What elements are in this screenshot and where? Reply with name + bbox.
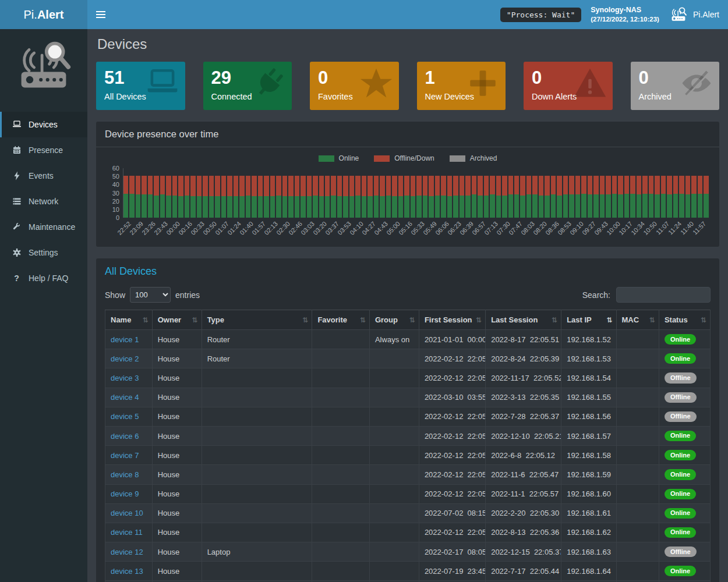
last-ip-cell: 192.168.1.57 bbox=[561, 426, 616, 445]
status-badge: Online bbox=[665, 566, 696, 576]
chart-bar bbox=[380, 168, 386, 218]
x-axis-tick-label: 11:57 bbox=[691, 220, 706, 236]
device-name-link[interactable]: device 13 bbox=[105, 562, 153, 581]
chart-bar bbox=[295, 168, 301, 218]
header-app-link[interactable]: Pi.Alert bbox=[669, 6, 719, 23]
bar-segment-offline-down bbox=[160, 176, 165, 195]
type-cell: Router bbox=[202, 330, 312, 349]
bar-segment-offline-down bbox=[386, 176, 391, 196]
bar-segment-online bbox=[667, 194, 672, 218]
bar-segment-offline-down bbox=[282, 176, 287, 196]
device-name-link[interactable]: device 12 bbox=[105, 542, 153, 562]
bar-segment-offline-down bbox=[435, 176, 440, 196]
device-name-link[interactable]: device 1 bbox=[105, 330, 153, 349]
bar-segment-online bbox=[612, 194, 617, 218]
mac-cell bbox=[616, 407, 659, 426]
summary-cards: 51All Devices29Connected0Favorites1New D… bbox=[96, 62, 719, 110]
presence-chart-panel: Device presence over time OnlineOffline/… bbox=[96, 122, 719, 247]
entries-label: entries bbox=[175, 290, 200, 300]
bar-segment-offline-down bbox=[239, 176, 244, 196]
column-header-name[interactable]: Name⇅ bbox=[105, 310, 153, 330]
device-name-link[interactable]: device 2 bbox=[105, 349, 153, 368]
sidebar-item-settings[interactable]: Settings bbox=[0, 240, 87, 265]
sidebar-item-label: Presence bbox=[29, 146, 63, 155]
chart-bar bbox=[520, 168, 526, 218]
sidebar-item-devices[interactable]: Devices bbox=[0, 112, 87, 137]
card-connected[interactable]: 29Connected bbox=[203, 62, 292, 110]
eye-slash-icon bbox=[680, 66, 713, 100]
x-axis-tick-label: 03:37 bbox=[324, 220, 340, 236]
column-header-favorite[interactable]: Favorite⇅ bbox=[312, 310, 370, 330]
bar-segment-offline-down bbox=[355, 176, 360, 196]
bar-segment-online bbox=[655, 194, 659, 218]
x-axis-tick-label: 10:50 bbox=[642, 220, 658, 236]
table-row: device 1HouseRouterAlways on2021-01-01 0… bbox=[105, 330, 711, 349]
device-name-link[interactable]: device 8 bbox=[105, 465, 153, 484]
type-cell bbox=[202, 407, 312, 426]
column-header-first-session[interactable]: First Session⇅ bbox=[419, 310, 485, 330]
chart-bar bbox=[453, 168, 459, 218]
search-input[interactable] bbox=[616, 287, 711, 303]
column-header-status[interactable]: Status⇅ bbox=[659, 310, 710, 330]
card-all-devices[interactable]: 51All Devices bbox=[96, 62, 185, 110]
sidebar-item-events[interactable]: Events bbox=[0, 163, 87, 189]
x-axis-tick-label: 08:36 bbox=[544, 220, 560, 236]
column-header-type[interactable]: Type⇅ bbox=[202, 310, 312, 330]
card-favorites[interactable]: 0Favorites bbox=[310, 62, 399, 110]
last-session-cell: 2022-11-6 22:05.47 bbox=[486, 465, 561, 484]
device-name-link[interactable]: device 9 bbox=[105, 484, 153, 503]
status-cell: Online bbox=[659, 484, 710, 503]
card-down-alerts[interactable]: 0Down Alerts bbox=[524, 62, 613, 110]
bar-segment-offline-down bbox=[593, 176, 598, 195]
favorite-cell bbox=[312, 426, 370, 445]
sidebar-item-network[interactable]: Network bbox=[0, 189, 87, 214]
first-session-cell: 2022-07-19 23:45 bbox=[419, 562, 485, 581]
status-badge: Offline bbox=[665, 411, 697, 422]
first-session-cell: 2022-07-02 08:15 bbox=[419, 503, 485, 523]
device-name-link[interactable]: device 3 bbox=[105, 368, 153, 388]
table-row: device 4House2022-03-10 03:552022-3-13 2… bbox=[105, 388, 711, 407]
mac-cell bbox=[616, 368, 659, 388]
main-content: Devices 51All Devices29Connected0Favorit… bbox=[87, 29, 728, 582]
bar-segment-offline-down bbox=[667, 176, 672, 195]
bar-segment-offline-down bbox=[349, 176, 354, 196]
status-badge: Online bbox=[665, 431, 696, 441]
device-name-link[interactable]: device 4 bbox=[105, 388, 153, 407]
column-header-group[interactable]: Group⇅ bbox=[369, 310, 419, 330]
card-new-devices[interactable]: 1New Devices bbox=[417, 62, 506, 110]
sidebar-item-help-faq[interactable]: ?Help / FAQ bbox=[0, 265, 87, 291]
sidebar-item-presence[interactable]: Presence bbox=[0, 137, 87, 163]
chart-bar bbox=[252, 168, 257, 218]
device-name-link[interactable]: device 11 bbox=[105, 523, 153, 542]
chart-bar bbox=[282, 168, 288, 218]
first-session-cell: 2022-02-12 22:05 bbox=[419, 349, 485, 368]
sidebar-toggle-icon[interactable] bbox=[87, 0, 114, 29]
page-size-select[interactable]: 100 bbox=[130, 287, 171, 303]
device-name-link[interactable]: device 10 bbox=[105, 503, 153, 523]
status-cell: Offline bbox=[659, 407, 710, 426]
bar-segment-online bbox=[270, 196, 275, 218]
brand-logo[interactable]: Pi.Alert bbox=[0, 0, 87, 29]
bar-segment-online bbox=[355, 196, 360, 218]
status-cell: Online bbox=[659, 330, 710, 349]
column-header-mac[interactable]: MAC⇅ bbox=[616, 310, 659, 330]
bar-segment-online bbox=[593, 194, 598, 218]
owner-cell: House bbox=[152, 388, 202, 407]
column-header-owner[interactable]: Owner⇅ bbox=[152, 310, 202, 330]
bar-segment-offline-down bbox=[472, 176, 476, 195]
bar-segment-offline-down bbox=[362, 176, 366, 196]
first-session-cell: 2021-01-01 00:00 bbox=[419, 330, 485, 349]
device-name-link[interactable]: device 7 bbox=[105, 446, 153, 465]
device-name-link[interactable]: device 6 bbox=[105, 426, 153, 445]
sidebar-item-maintenance[interactable]: Maintenance bbox=[0, 214, 87, 240]
column-header-last-ip[interactable]: Last IP⇅ bbox=[561, 310, 616, 330]
column-header-last-session[interactable]: Last Session⇅ bbox=[486, 310, 561, 330]
chart-panel-header: Device presence over time bbox=[96, 122, 719, 147]
bar-segment-offline-down bbox=[423, 176, 427, 196]
group-cell bbox=[369, 349, 419, 368]
bar-segment-offline-down bbox=[453, 176, 458, 196]
bar-segment-online bbox=[600, 194, 605, 218]
device-name-link[interactable]: device 5 bbox=[105, 407, 153, 426]
status-badge: Online bbox=[665, 527, 696, 538]
card-archived[interactable]: 0Archived bbox=[631, 62, 720, 110]
